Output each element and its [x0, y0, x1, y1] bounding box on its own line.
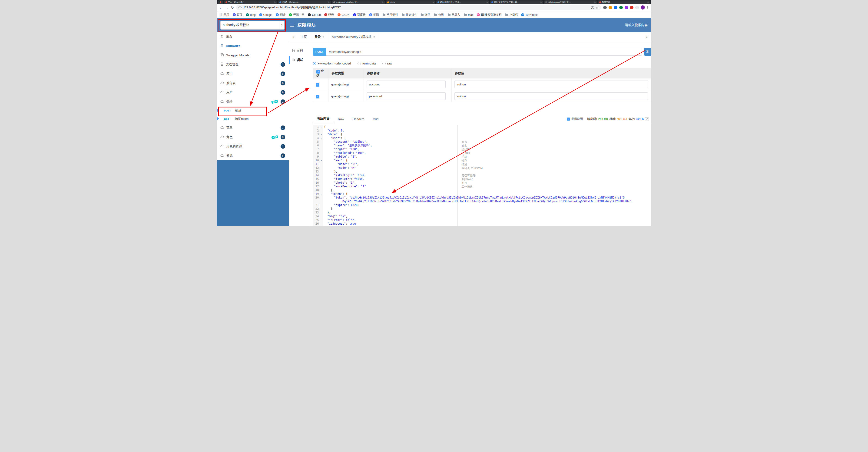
profile-avatar[interactable]	[641, 5, 645, 9]
tab-close-icon[interactable]: ×	[274, 1, 276, 3]
param-name-input[interactable]	[367, 92, 445, 100]
bookmark-item[interactable]: 云百度云	[353, 13, 366, 17]
mini-tab-文档[interactable]: 文档	[289, 47, 310, 55]
sidebar-item-Authorize[interactable]: Authorize	[217, 41, 289, 51]
tab-headers[interactable]: Headers	[348, 117, 369, 123]
forward-icon[interactable]: →	[225, 6, 229, 9]
response-json-viewer[interactable]: 1▾{2 "code": 0,3▾ "data": {4▾ "user": {5…	[313, 125, 651, 226]
radio-icon[interactable]	[313, 62, 316, 65]
tab-close-icon[interactable]: ×	[432, 1, 434, 3]
bookmark-item[interactable]: bBing	[246, 13, 256, 17]
tab-close-icon[interactable]: ×	[486, 1, 488, 3]
browser-tab[interactable]: 自定义参数校验注解工具…×	[490, 0, 543, 4]
select-all-checkbox[interactable]: ✓	[316, 70, 320, 74]
url-text[interactable]: 127.0.0.1:8760/api/gate/doc.html#/author…	[243, 6, 589, 9]
bookmark-item[interactable]: 什么都有	[401, 13, 417, 17]
extension-icon[interactable]	[609, 6, 612, 9]
bookmark-item[interactable]: 码码云	[324, 13, 334, 17]
tab-close-icon[interactable]: ×	[647, 1, 649, 3]
browser-tab[interactable]: 如何优雅的设计接口…×	[436, 0, 489, 4]
bookmark-item[interactable]: mac	[464, 13, 473, 17]
extension-icon[interactable]	[625, 6, 628, 9]
browser-tab[interactable]: hbase×	[386, 0, 436, 4]
sidebar-item-角色的资源[interactable]: 角色的资源1	[217, 142, 289, 151]
bookmark-star-icon[interactable]: ☆	[596, 6, 598, 9]
bookmark-item[interactable]: 笔笔记	[369, 13, 379, 17]
bookmark-item[interactable]: 101024Tools	[521, 13, 538, 17]
bookmark-item[interactable]: 百百度	[233, 13, 243, 17]
fold-icon[interactable]: ▾	[320, 136, 323, 140]
param-checkbox[interactable]: ✓	[316, 83, 319, 87]
param-value-input[interactable]	[455, 92, 648, 100]
browser-tab[interactable]	[218, 0, 223, 4]
sidebar-item-应用[interactable]: 应用5	[217, 69, 289, 79]
bookmark-item[interactable]: GGoogle	[259, 13, 273, 17]
sidebar-item-用户[interactable]: 用户9	[217, 88, 289, 97]
extension-icon[interactable]	[614, 6, 617, 9]
bookmark-item[interactable]: 译翻译	[276, 13, 285, 17]
fold-icon[interactable]: ▾	[320, 133, 323, 136]
browser-tab[interactable]: 权限文档×	[598, 0, 650, 4]
sidebar-subitem-验证token[interactable]: GET验证token	[217, 115, 289, 123]
fold-icon[interactable]: ▾	[320, 159, 323, 162]
bookmark-item[interactable]: 已导入	[447, 13, 460, 17]
back-icon[interactable]: ←	[219, 6, 223, 9]
bookmark-item[interactable]: 开开源中国	[289, 13, 304, 17]
body-type-option[interactable]: raw	[382, 62, 393, 65]
tabs-scroll-left-icon[interactable]: «	[290, 35, 297, 39]
tab-response-content[interactable]: 响应内容	[313, 116, 334, 123]
browser-tab[interactable]: LAND - Compose…×	[278, 0, 331, 4]
doc-tab-close-icon[interactable]: ×	[373, 35, 375, 39]
reload-icon[interactable]: ↻	[231, 6, 234, 9]
extension-icon[interactable]	[603, 6, 607, 9]
body-type-option[interactable]: x-www-form-urlencoded	[313, 62, 351, 65]
translate-icon[interactable]: 文	[591, 5, 594, 9]
doc-tab-Authorize-authority-权限模块[interactable]: Authorize-authority-权限模块×	[328, 32, 379, 42]
param-name-input[interactable]	[367, 81, 445, 88]
browser-tab[interactable]: 主页 - 码云工作台×	[224, 0, 277, 4]
param-value-input[interactable]	[455, 81, 648, 88]
send-button[interactable]: 发	[644, 48, 651, 56]
bookmark-item[interactable]: 微信	[421, 13, 431, 17]
sidebar-item-服务表[interactable]: 服务表6	[217, 79, 289, 88]
param-checkbox[interactable]: ✓	[316, 95, 319, 98]
expand-icon[interactable]: ↗	[645, 117, 649, 121]
bookmark-item[interactable]: 学习资料	[382, 13, 398, 17]
sidebar-item-角色[interactable]: 角色NEW8	[217, 133, 289, 142]
sidebar-item-资源[interactable]: 资源6	[217, 151, 289, 160]
tab-close-icon[interactable]: ×	[382, 1, 383, 3]
doc-tab-主页[interactable]: 主页	[297, 32, 311, 42]
tabs-scroll-right-icon[interactable]: »	[643, 35, 650, 39]
tab-raw[interactable]: Raw	[334, 117, 348, 123]
tab-close-icon[interactable]: ×	[540, 1, 541, 3]
radio-icon[interactable]	[358, 62, 361, 65]
tab-close-icon[interactable]: ×	[328, 1, 330, 3]
extension-icon[interactable]	[635, 6, 639, 9]
bookmark-item[interactable]: ESES搜索引擎文档	[477, 13, 501, 17]
bookmark-item[interactable]: CCSDN	[338, 13, 350, 17]
show-note-checkbox[interactable]: ✓	[567, 117, 570, 120]
sidebar-subitem-登录[interactable]: POST登录	[217, 106, 289, 115]
mini-tab-调试[interactable]: 调试	[289, 56, 310, 64]
doc-tab-登录[interactable]: 登录×	[311, 32, 328, 42]
body-type-option[interactable]: form-data	[358, 62, 376, 65]
request-url-input[interactable]	[327, 48, 642, 56]
bookmark-item[interactable]: 公司	[434, 13, 444, 17]
extension-icon[interactable]	[619, 6, 623, 9]
browser-tab[interactable]: temporary-interface 帮…×	[332, 0, 385, 4]
header-search-input[interactable]: 请输入搜索内容	[625, 23, 648, 27]
page-info-icon[interactable]: i	[239, 6, 242, 9]
bookmark-item[interactable]: 小目标	[505, 13, 518, 17]
browser-tab[interactable]: github-pass记密码不用…×	[544, 0, 597, 4]
sidebar-item-登录[interactable]: 登录NEW2	[217, 97, 289, 106]
tab-close-icon[interactable]: ×	[594, 1, 595, 3]
bookmark-item[interactable]: 应用	[219, 13, 229, 17]
extension-icon[interactable]	[630, 6, 633, 9]
tab-curl[interactable]: Curl	[369, 117, 383, 123]
bookmark-item[interactable]: GGitHub	[308, 13, 320, 17]
fold-icon[interactable]: ▾	[320, 125, 323, 129]
sidebar-item-菜单[interactable]: 菜单7	[217, 123, 289, 133]
select-spinner-icon[interactable]: ▲▼	[279, 21, 284, 29]
sidebar-item-文档管理[interactable]: 文档管理3	[217, 60, 289, 69]
sidebar-item-主页[interactable]: 主页	[217, 32, 289, 41]
